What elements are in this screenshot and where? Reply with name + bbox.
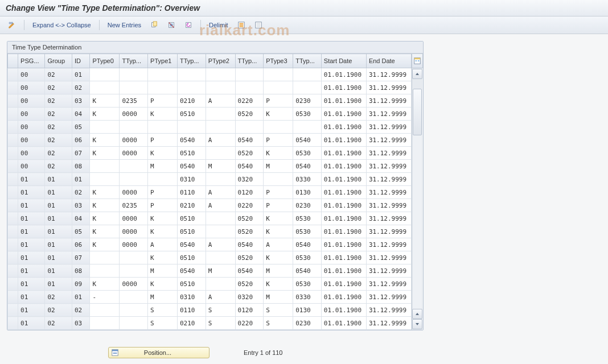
- cell-pt1[interactable]: P: [148, 199, 178, 212]
- cell-group[interactable]: 01: [45, 264, 72, 278]
- col-id[interactable]: ID: [72, 54, 90, 68]
- cell-pt3[interactable]: K: [264, 107, 293, 121]
- cell-tt0[interactable]: [120, 264, 148, 278]
- col-ttype0[interactable]: TTyp...: [120, 54, 148, 68]
- col-ptype2[interactable]: PType2: [206, 54, 235, 68]
- cell-pt2[interactable]: [206, 81, 235, 94]
- cell-id[interactable]: 08: [72, 160, 90, 173]
- cell-tt3[interactable]: [293, 68, 322, 81]
- cell-id[interactable]: 04: [72, 212, 90, 225]
- row-selector[interactable]: [8, 68, 18, 81]
- cell-start[interactable]: 01.01.1900: [321, 107, 366, 121]
- cell-pt1[interactable]: K: [148, 212, 178, 225]
- cell-end[interactable]: 31.12.9999: [366, 238, 411, 251]
- cell-tt2[interactable]: 0120: [235, 186, 264, 199]
- cell-tt2[interactable]: 0540: [235, 238, 264, 251]
- cell-start[interactable]: 01.01.1900: [321, 199, 366, 212]
- cell-tt1[interactable]: 0110: [178, 186, 206, 199]
- cell-end[interactable]: 31.12.9999: [366, 199, 411, 212]
- table-row[interactable]: 010109K0000K05100520K053001.01.190031.12…: [8, 278, 412, 291]
- cell-pt2[interactable]: A: [206, 238, 235, 251]
- cell-psg[interactable]: 01: [18, 264, 45, 278]
- cell-psg[interactable]: 00: [18, 107, 45, 121]
- col-end[interactable]: End Date: [366, 54, 411, 68]
- cell-group[interactable]: 02: [45, 121, 72, 134]
- cell-tt3[interactable]: 0530: [293, 212, 322, 225]
- position-button[interactable]: Position...: [108, 347, 209, 358]
- table-row[interactable]: 000207K0000K05100520K053001.01.190031.12…: [8, 147, 412, 160]
- table-row[interactable]: 000208M0540M0540M054001.01.190031.12.999…: [8, 160, 412, 173]
- cell-start[interactable]: 01.01.1900: [321, 121, 366, 134]
- row-selector-header[interactable]: [8, 54, 18, 68]
- expand-collapse-button[interactable]: Expand <-> Collapse: [29, 20, 95, 30]
- cell-group[interactable]: 02: [45, 147, 72, 160]
- table-row[interactable]: 00020501.01.190031.12.9999: [8, 121, 412, 134]
- cell-end[interactable]: 31.12.9999: [366, 225, 411, 238]
- cell-tt2[interactable]: 0220: [235, 199, 264, 212]
- cell-pt0[interactable]: K: [90, 199, 120, 212]
- row-selector[interactable]: [8, 225, 18, 238]
- cell-end[interactable]: 31.12.9999: [366, 107, 411, 121]
- cell-pt0[interactable]: [90, 81, 120, 94]
- cell-id[interactable]: 01: [72, 291, 90, 304]
- copy-button[interactable]: [147, 19, 162, 31]
- table-row[interactable]: 010106K0000A0540A0540A054001.01.190031.1…: [8, 238, 412, 251]
- cell-tt3[interactable]: 0330: [293, 291, 322, 304]
- cell-pt0[interactable]: [90, 264, 120, 278]
- cell-start[interactable]: 01.01.1900: [321, 251, 366, 264]
- cell-tt1[interactable]: 0210: [178, 317, 206, 330]
- cell-start[interactable]: 01.01.1900: [321, 278, 366, 291]
- cell-pt1[interactable]: [148, 68, 178, 81]
- select-all-button[interactable]: [234, 19, 249, 31]
- scroll-track[interactable]: [413, 89, 422, 309]
- cell-pt1[interactable]: [148, 81, 178, 94]
- cell-pt1[interactable]: K: [148, 225, 178, 238]
- cell-pt1[interactable]: S: [148, 317, 178, 330]
- row-selector[interactable]: [8, 278, 18, 291]
- cell-tt0[interactable]: 0000: [120, 186, 148, 199]
- row-selector[interactable]: [8, 94, 18, 107]
- cell-tt1[interactable]: 0310: [178, 291, 206, 304]
- cell-tt2[interactable]: 0540: [235, 264, 264, 278]
- row-selector[interactable]: [8, 81, 18, 94]
- cell-tt0[interactable]: [120, 173, 148, 186]
- cell-tt1[interactable]: 0510: [178, 278, 206, 291]
- cell-pt2[interactable]: A: [206, 291, 235, 304]
- cell-start[interactable]: 01.01.1900: [321, 186, 366, 199]
- cell-pt2[interactable]: [206, 121, 235, 134]
- cell-pt1[interactable]: K: [148, 147, 178, 160]
- cell-end[interactable]: 31.12.9999: [366, 68, 411, 81]
- cell-tt3[interactable]: 0330: [293, 173, 322, 186]
- col-ttype2[interactable]: TTyp...: [235, 54, 264, 68]
- cell-psg[interactable]: 00: [18, 160, 45, 173]
- cell-pt3[interactable]: [264, 121, 293, 134]
- cell-end[interactable]: 31.12.9999: [366, 264, 411, 278]
- cell-pt0[interactable]: K: [90, 186, 120, 199]
- table-row[interactable]: 010108M0540M0540M054001.01.190031.12.999…: [8, 264, 412, 278]
- cell-pt1[interactable]: P: [148, 134, 178, 147]
- cell-pt2[interactable]: [206, 278, 235, 291]
- cell-pt3[interactable]: K: [264, 212, 293, 225]
- cell-pt1[interactable]: S: [148, 304, 178, 317]
- cell-id[interactable]: 04: [72, 107, 90, 121]
- table-row[interactable]: 01010103100320033001.01.190031.12.9999: [8, 173, 412, 186]
- cell-pt1[interactable]: A: [148, 238, 178, 251]
- row-selector[interactable]: [8, 134, 18, 147]
- cell-tt1[interactable]: 0540: [178, 264, 206, 278]
- cell-tt0[interactable]: 0235: [120, 94, 148, 107]
- col-group[interactable]: Group: [45, 54, 72, 68]
- col-ttype3[interactable]: TTyp...: [293, 54, 322, 68]
- cell-id[interactable]: 02: [72, 186, 90, 199]
- cell-pt1[interactable]: M: [148, 264, 178, 278]
- cell-end[interactable]: 31.12.9999: [366, 173, 411, 186]
- cell-tt1[interactable]: [178, 121, 206, 134]
- cell-psg[interactable]: 01: [18, 212, 45, 225]
- cell-pt2[interactable]: [206, 173, 235, 186]
- cell-start[interactable]: 01.01.1900: [321, 291, 366, 304]
- row-selector[interactable]: [8, 107, 18, 121]
- cell-group[interactable]: 01: [45, 186, 72, 199]
- cell-group[interactable]: 02: [45, 304, 72, 317]
- cell-start[interactable]: 01.01.1900: [321, 264, 366, 278]
- cell-pt0[interactable]: K: [90, 212, 120, 225]
- scroll-up-button[interactable]: [412, 69, 422, 79]
